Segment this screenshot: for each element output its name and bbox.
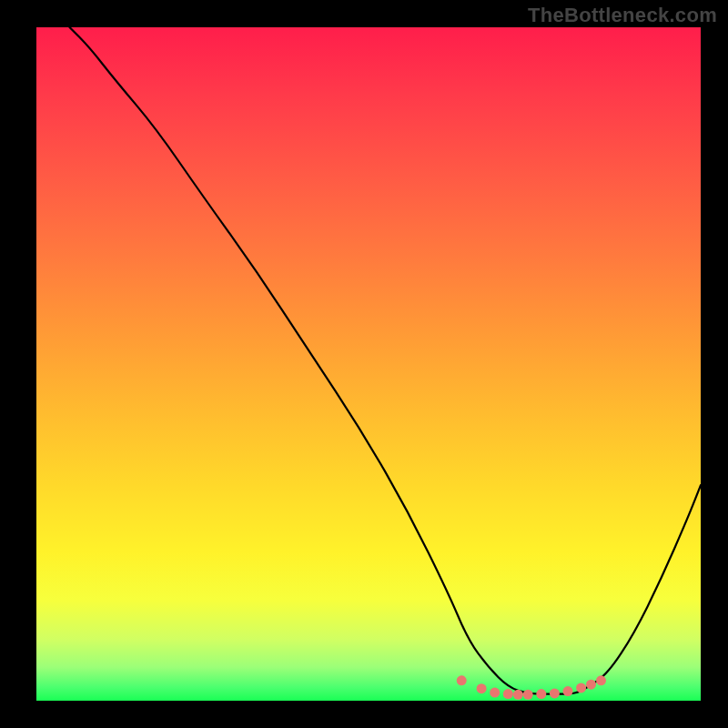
dot xyxy=(477,683,487,693)
bottleneck-dots xyxy=(36,27,701,701)
watermark-text: TheBottleneck.com xyxy=(528,4,717,27)
dot xyxy=(490,688,500,698)
plot-area xyxy=(36,27,701,701)
dot xyxy=(513,690,523,700)
dots-group xyxy=(457,675,606,700)
dot xyxy=(576,682,586,693)
dot xyxy=(503,689,513,699)
dot xyxy=(550,688,560,698)
dot xyxy=(457,675,467,685)
chart-frame: TheBottleneck.com xyxy=(0,0,728,728)
dot xyxy=(563,686,573,696)
dot xyxy=(586,680,596,690)
dot xyxy=(523,690,533,700)
dot xyxy=(596,675,606,685)
dot xyxy=(536,689,546,699)
